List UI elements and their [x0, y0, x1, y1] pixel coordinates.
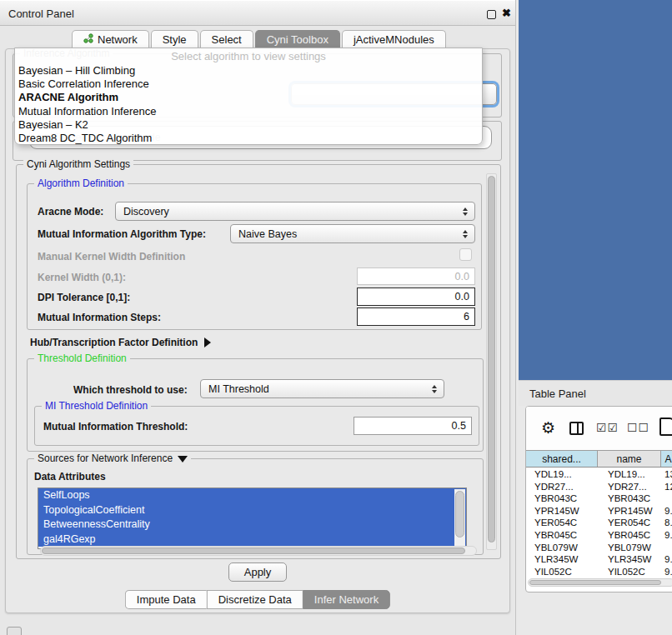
which-threshold-combobox[interactable]: MI Threshold [200, 379, 444, 398]
bottom-corner-icon[interactable] [7, 627, 22, 635]
mi-steps-field[interactable]: 6 [357, 308, 475, 326]
algorithm-dropdown: Select algorithm to view settings Bayesi… [14, 48, 483, 145]
table-cell: YPR145W [526, 505, 598, 518]
tab-infer-network[interactable]: Infer Network [303, 590, 390, 609]
spinner-arrows-icon [463, 208, 468, 216]
sources-group: Sources for Network Inference Data Attri… [27, 458, 484, 555]
table-panel-title: Table Panel [529, 388, 586, 400]
float-panel-icon[interactable] [487, 10, 496, 19]
mi-type-combobox[interactable]: Naive Bayes [230, 224, 475, 243]
tab-jactivemnodules[interactable]: jActiveMNodules [342, 30, 446, 48]
aracne-mode-label: Aracne Mode: [38, 206, 103, 218]
hub-definition-expander[interactable]: Hub/Transcription Factor Definition [30, 337, 211, 348]
table-cell: 9. [661, 566, 672, 578]
network-desktop: GALGAL80GAL10GAL1GAL11GAL4SWI4GCY1HAP4YH… [519, 0, 672, 380]
close-panel-icon[interactable]: ✖ [502, 7, 511, 19]
settings-vertical-scrollbar[interactable] [486, 173, 497, 550]
tab-select[interactable]: Select [200, 30, 253, 48]
sources-title[interactable]: Sources for Network Inference [34, 452, 191, 464]
mi-threshold-group: MI Threshold Definition Mutual Informati… [34, 406, 479, 446]
table-cell: YDR27... [526, 481, 598, 493]
export-table-icon[interactable] [659, 418, 672, 436]
show-columns-checked-icon[interactable]: ☑☑ [596, 421, 619, 434]
tab-label: jActiveMNodules [354, 33, 434, 46]
table-cell: 13 [661, 468, 672, 481]
table-row[interactable]: YBR045CYBR045C9. [526, 529, 672, 542]
table-cell: 12 [661, 481, 672, 493]
settings-horizontal-scrollbar[interactable] [40, 546, 477, 556]
table-row[interactable]: YER054CYER054C8. [526, 517, 672, 529]
screen: Control Panel ✖ NetworkStyleSelectCyni T… [0, 0, 672, 635]
table-row[interactable]: YBR043CYBR043C [526, 492, 672, 505]
table-panel-titlebar: Table Panel [519, 380, 672, 406]
table-row[interactable]: YBL079WYBL079W [526, 542, 672, 554]
dropdown-item-bayesian-k2[interactable]: Bayesian – K2 [18, 118, 479, 132]
dropdown-item-mutual-information-inference[interactable]: Mutual Information Inference [18, 105, 479, 118]
tab-cyni-toolbox[interactable]: Cyni Toolbox [255, 30, 340, 48]
list-scrollbar[interactable] [454, 489, 465, 548]
control-panel-title: Control Panel [8, 8, 74, 20]
manual-kernel-checkbox[interactable] [459, 248, 472, 261]
table-row[interactable]: YDR27...YDR27...12 [526, 481, 672, 493]
dropdown-item-aracne-algorithm[interactable]: ARACNE Algorithm [18, 91, 479, 104]
table-row[interactable]: YDL19...YDL19...13 [526, 468, 672, 481]
table-row[interactable]: YPR145WYPR145W9. [526, 505, 672, 518]
column-header-shared[interactable]: shared... [526, 451, 598, 467]
tab-label: Style [163, 33, 187, 46]
aracne-mode-combobox[interactable]: Discovery [115, 202, 475, 221]
attribute-item-selfloops[interactable]: SelfLoops [38, 488, 466, 503]
attribute-item-betweennesscentrality[interactable]: BetweennessCentrality [38, 518, 466, 532]
dropdown-item-basic-correlation-inference[interactable]: Basic Correlation Inference [18, 78, 479, 91]
expand-right-icon [204, 338, 211, 348]
mi-threshold-label: Mutual Information Threshold: [43, 421, 188, 432]
table-horizontal-scrollbar[interactable] [528, 578, 672, 587]
cyni-settings-title: Cyni Algorithm Settings [23, 158, 133, 170]
tab-style[interactable]: Style [151, 30, 198, 48]
spinner-arrows-icon [432, 385, 437, 393]
table-cell: YBL079W [598, 542, 661, 554]
table-cell: YER054C [598, 517, 661, 529]
hide-columns-unchecked-icon[interactable]: ☐☐ [627, 421, 649, 434]
dropdown-prompt: Select algorithm to view settings [15, 50, 482, 62]
dropdown-item-bayesian-hill-climbing[interactable]: Bayesian – Hill Climbing [18, 64, 479, 78]
gear-icon[interactable]: ⚙ [541, 418, 555, 438]
table-cell: YIL052C [598, 566, 661, 578]
tab-discretize-data[interactable]: Discretize Data [207, 590, 303, 609]
mi-type-value: Naive Bayes [238, 228, 297, 240]
hub-definition-label: Hub/Transcription Factor Definition [30, 337, 198, 348]
table-cell: YDL19... [526, 468, 598, 481]
kernel-width-field[interactable]: 0.0 [357, 268, 475, 285]
column-header-a[interactable]: A [661, 451, 672, 467]
attribute-item-gal4rgexp[interactable]: gal4RGexp [38, 532, 466, 548]
table-row[interactable]: YIL052CYIL052C9. [526, 566, 672, 578]
kernel-width-value: 0.0 [455, 271, 469, 282]
apply-button[interactable]: Apply [228, 562, 287, 582]
columns-icon[interactable] [569, 422, 584, 435]
expand-down-icon [178, 456, 188, 462]
mi-steps-label: Mutual Information Steps: [38, 312, 161, 323]
column-header-name[interactable]: name [598, 451, 661, 467]
data-attributes-label: Data Attributes [34, 471, 106, 482]
dropdown-item-dream8-dc-tdc-algorithm[interactable]: Dream8 DC_TDC Algorithm [18, 132, 479, 145]
table-cell: YDL19... [598, 468, 661, 481]
dropdown-items: Bayesian – Hill ClimbingBasic Correlatio… [18, 64, 479, 145]
mi-threshold-value: 0.5 [452, 420, 466, 432]
network-icon [83, 33, 93, 46]
tab-impute-data[interactable]: Impute Data [125, 590, 207, 609]
table-cell: YBL079W [526, 542, 598, 554]
apply-button-label: Apply [244, 566, 272, 578]
mi-threshold-group-title: MI Threshold Definition [42, 400, 151, 412]
data-attributes-list[interactable]: SelfLoopsTopologicalCoefficientBetweenne… [38, 488, 467, 549]
table-body: YDL19...YDL19...13YDR27...YDR27...12YBR0… [526, 468, 672, 578]
table-cell: YLR345W [598, 553, 661, 566]
table-row[interactable]: YLR345WYLR345W9. [526, 553, 672, 566]
attribute-item-topologicalcoefficient[interactable]: TopologicalCoefficient [38, 503, 466, 518]
algorithm-definition-group: Algorithm Definition Aracne Mode: Discov… [27, 183, 482, 330]
attr-items: SelfLoopsTopologicalCoefficientBetweenne… [38, 488, 466, 547]
dpi-tolerance-field[interactable]: 0.0 [357, 288, 475, 306]
tab-network[interactable]: Network [72, 30, 149, 48]
table-cell: YBR043C [598, 492, 661, 505]
mi-threshold-field[interactable]: 0.5 [354, 417, 472, 435]
bottom-tab-bar: Impute DataDiscretize DataInfer Network [125, 590, 390, 609]
tab-label: Cyni Toolbox [267, 33, 328, 46]
